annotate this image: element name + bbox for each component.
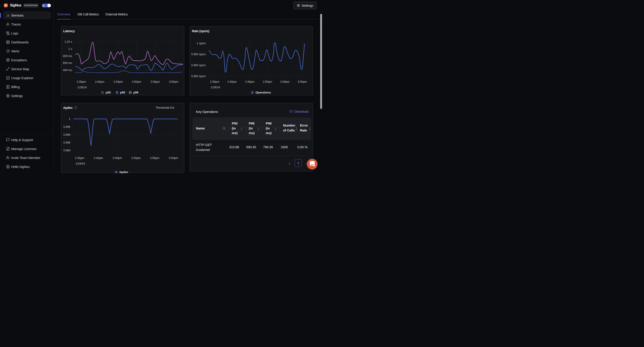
svg-text:0.985: 0.985 bbox=[63, 141, 70, 144]
svg-text:2:40pm: 2:40pm bbox=[228, 80, 237, 84]
svg-text:3:00pm: 3:00pm bbox=[168, 156, 178, 160]
svg-text:400 ms: 400 ms bbox=[63, 69, 72, 72]
svg-text:2:45pm: 2:45pm bbox=[245, 80, 254, 84]
svg-text:2:55pm: 2:55pm bbox=[280, 80, 290, 84]
svg-text:600 ms: 600 ms bbox=[63, 62, 72, 64]
svg-text:2:55pm: 2:55pm bbox=[150, 80, 160, 84]
svg-text:1 ops/s: 1 ops/s bbox=[197, 42, 206, 45]
svg-text:2:55pm: 2:55pm bbox=[150, 156, 159, 160]
svg-text:800 ms: 800 ms bbox=[63, 54, 72, 58]
svg-text:1: 1 bbox=[69, 118, 70, 120]
svg-text:2:35pm: 2:35pm bbox=[75, 156, 84, 160]
svg-text:2:50pm: 2:50pm bbox=[263, 80, 272, 84]
svg-text:0.900 ops/s: 0.900 ops/s bbox=[191, 64, 206, 67]
svg-text:0.850 ops/s: 0.850 ops/s bbox=[191, 75, 206, 78]
svg-text:3:00pm: 3:00pm bbox=[169, 80, 178, 84]
svg-text:2:50pm: 2:50pm bbox=[132, 80, 141, 84]
svg-text:1.20 s: 1.20 s bbox=[64, 40, 72, 44]
svg-text:1/29/24: 1/29/24 bbox=[77, 86, 86, 89]
svg-text:2:45pm: 2:45pm bbox=[112, 156, 122, 160]
svg-text:2:35pm: 2:35pm bbox=[210, 80, 219, 84]
svg-text:2:40pm: 2:40pm bbox=[95, 80, 104, 84]
svg-text:1/29/24: 1/29/24 bbox=[211, 86, 220, 89]
svg-text:0.995: 0.995 bbox=[63, 125, 70, 128]
svg-text:0.980: 0.980 bbox=[63, 149, 70, 152]
svg-text:1 s: 1 s bbox=[68, 48, 72, 50]
svg-text:1/29/24: 1/29/24 bbox=[76, 162, 85, 165]
svg-text:0.950 ops/s: 0.950 ops/s bbox=[191, 53, 206, 56]
svg-text:2:45pm: 2:45pm bbox=[113, 80, 123, 84]
svg-text:2:40pm: 2:40pm bbox=[94, 156, 103, 160]
svg-text:2:50pm: 2:50pm bbox=[131, 156, 141, 160]
svg-text:2:35pm: 2:35pm bbox=[76, 80, 86, 84]
svg-text:3:00pm: 3:00pm bbox=[298, 80, 307, 84]
svg-text:0.990: 0.990 bbox=[63, 133, 70, 136]
